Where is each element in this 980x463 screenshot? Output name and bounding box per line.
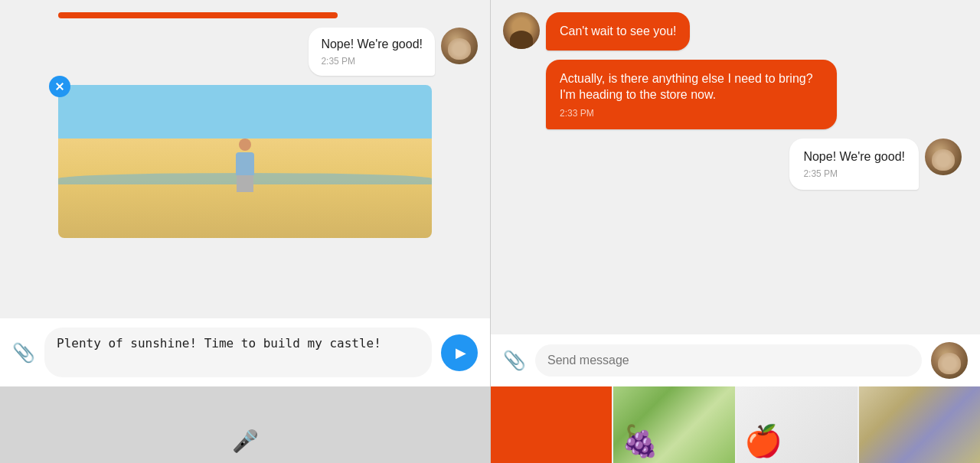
figure-pants [237,175,253,192]
avatar [441,28,478,64]
message-bubble: Nope! We're good! 2:35 PM [309,28,435,76]
message-time: 2:35 PM [321,56,423,67]
figure-head [239,139,251,151]
message-row-incoming: Nope! We're good! 2:35 PM [12,28,478,76]
left-panel: Nope! We're good! 2:35 PM 📎 Plenty of su… [0,0,490,463]
outgoing-message-bar [58,12,338,18]
image-message-container [58,85,432,238]
attach-icon[interactable]: 📎 [12,342,35,364]
message-text: Nope! We're good! [803,149,905,165]
right-input-area: 📎 [491,334,980,386]
avatar-dog-right [925,139,962,175]
mic-icon[interactable]: 🎤 [0,429,490,454]
attach-icon-right[interactable]: 📎 [503,350,526,371]
message-bubble-orange-2: Actually, is there anything else I need … [546,60,837,129]
left-messages-area: Nope! We're good! 2:35 PM [0,0,490,312]
message-row-outgoing-2: Actually, is there anything else I need … [503,60,968,129]
left-input-area: 📎 Plenty of sunshine! Time to build my c… [0,318,490,386]
keyboard-area: 🎤 [0,386,490,463]
message-time: 2:33 PM [560,108,823,119]
send-button[interactable] [441,334,478,371]
beach-image [58,85,432,238]
message-text: Can't wait to see you! [560,23,676,40]
thumbnail-4[interactable] [859,386,980,463]
message-input-right[interactable] [535,344,922,377]
message-input[interactable]: Plenty of sunshine! Time to build my cas… [44,328,432,377]
message-text: Nope! We're good! [321,37,423,53]
figure-shirt [236,152,254,175]
thumbnail-3[interactable] [737,386,858,463]
right-messages-area: Can't wait to see you! Actually, is ther… [491,0,980,328]
avatar-person [503,12,540,49]
right-panel: Can't wait to see you! Actually, is ther… [491,0,980,463]
message-time: 2:35 PM [803,168,905,179]
message-bubble-white: Nope! We're good! 2:35 PM [789,139,919,190]
beach-figure [234,139,256,192]
thumbnail-1[interactable] [491,386,612,463]
message-text: Actually, is there anything else I need … [560,70,823,103]
message-bubble-orange-1: Can't wait to see you! [546,12,690,51]
close-image-button[interactable] [49,76,70,97]
message-row-incoming-right: Nope! We're good! 2:35 PM [503,139,968,190]
avatar-dog-input [931,342,968,379]
message-row-outgoing-1: Can't wait to see you! [503,12,968,51]
thumbnail-2[interactable] [613,386,734,463]
image-thumbnails-row [491,386,980,463]
